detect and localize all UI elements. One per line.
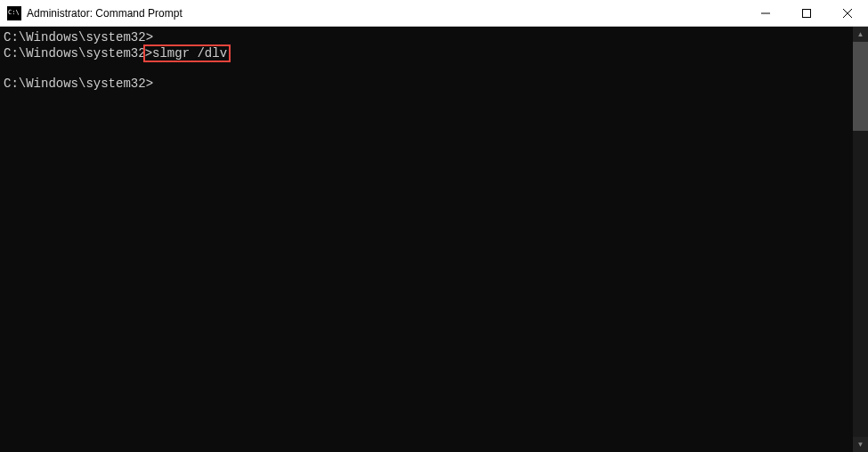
scrollbar-thumb[interactable] (853, 42, 868, 131)
scrollbar-track[interactable] (853, 42, 868, 437)
command-prompt-window: Administrator: Command Prompt C:\Windows… (0, 0, 868, 452)
prompt-text: C:\Windows\system32> (4, 77, 153, 91)
prompt-text: C:\Windows\system32> (4, 30, 153, 44)
command-text: slmgr /dlv (152, 46, 227, 61)
scrollbar-up-arrow[interactable]: ▲ (853, 27, 868, 42)
minimize-button[interactable] (745, 0, 786, 26)
close-button[interactable] (827, 0, 868, 26)
terminal-line: C:\Windows\system32> (4, 77, 849, 91)
terminal-blank-line (4, 62, 849, 77)
maximize-button[interactable] (786, 0, 827, 26)
maximize-icon (802, 9, 811, 18)
prompt-text: C:\Windows\system32 (4, 46, 146, 61)
window-title: Administrator: Command Prompt (27, 7, 745, 20)
app-icon (7, 6, 21, 20)
terminal-container: C:\Windows\system32>C:\Windows\system32>… (0, 27, 868, 452)
titlebar[interactable]: Administrator: Command Prompt (0, 0, 868, 27)
minimize-icon (761, 9, 770, 18)
prompt-chevron: > (145, 46, 152, 61)
scrollbar-down-arrow[interactable]: ▼ (853, 437, 868, 452)
terminal-line: C:\Windows\system32> (4, 30, 849, 44)
close-icon (843, 9, 852, 18)
terminal-line: C:\Windows\system32>slmgr /dlv (4, 44, 849, 62)
window-controls (745, 0, 868, 26)
terminal-output[interactable]: C:\Windows\system32>C:\Windows\system32>… (0, 27, 853, 452)
svg-rect-1 (803, 9, 811, 17)
command-highlight: >slmgr /dlv (143, 44, 231, 62)
vertical-scrollbar[interactable]: ▲ ▼ (853, 27, 868, 452)
